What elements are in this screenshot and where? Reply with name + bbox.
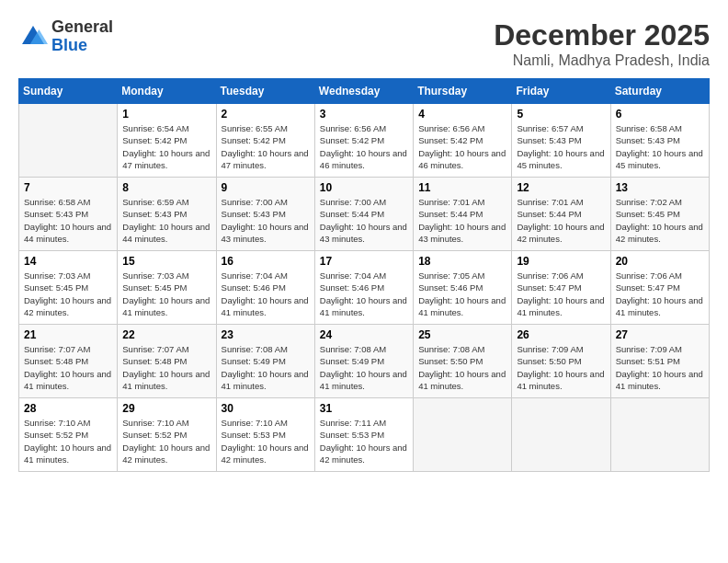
day-info: Sunrise: 6:58 AMSunset: 5:43 PMDaylight:…	[616, 122, 704, 171]
day-cell: 28Sunrise: 7:10 AMSunset: 5:52 PMDayligh…	[19, 398, 118, 472]
day-info: Sunrise: 7:03 AMSunset: 5:45 PMDaylight:…	[122, 270, 210, 318]
day-cell: 11Sunrise: 7:01 AMSunset: 5:44 PMDayligh…	[414, 178, 512, 251]
day-number: 26	[517, 328, 605, 341]
day-number: 2	[222, 108, 310, 121]
day-info: Sunrise: 7:00 AMSunset: 5:43 PMDaylight:…	[222, 196, 310, 245]
header-monday: Monday	[118, 79, 216, 104]
main-title: December 2025	[494, 18, 710, 52]
header-sunday: Sunday	[19, 79, 118, 104]
day-number: 15	[122, 255, 210, 268]
day-info: Sunrise: 7:05 AMSunset: 5:46 PMDaylight:…	[418, 270, 506, 318]
day-cell	[414, 398, 512, 472]
day-info: Sunrise: 7:01 AMSunset: 5:44 PMDaylight:…	[418, 196, 506, 245]
day-info: Sunrise: 6:57 AMSunset: 5:43 PMDaylight:…	[517, 122, 605, 171]
day-cell: 12Sunrise: 7:01 AMSunset: 5:44 PMDayligh…	[512, 178, 610, 251]
day-cell: 7Sunrise: 6:58 AMSunset: 5:43 PMDaylight…	[19, 178, 118, 251]
day-number: 22	[122, 328, 210, 341]
day-number: 18	[418, 255, 506, 268]
day-number: 16	[222, 255, 310, 268]
day-number: 25	[418, 328, 506, 341]
day-info: Sunrise: 7:00 AMSunset: 5:44 PMDaylight:…	[320, 196, 408, 245]
header-saturday: Saturday	[610, 79, 709, 104]
logo-icon	[18, 22, 48, 52]
day-number: 27	[616, 328, 704, 341]
day-cell: 15Sunrise: 7:03 AMSunset: 5:45 PMDayligh…	[118, 251, 216, 325]
day-number: 6	[616, 108, 704, 121]
day-number: 28	[24, 402, 112, 415]
week-row-3: 14Sunrise: 7:03 AMSunset: 5:45 PMDayligh…	[19, 251, 710, 325]
day-cell: 30Sunrise: 7:10 AMSunset: 5:53 PMDayligh…	[216, 398, 314, 472]
header-wednesday: Wednesday	[314, 79, 413, 104]
day-info: Sunrise: 7:04 AMSunset: 5:46 PMDaylight:…	[320, 270, 408, 318]
day-cell: 27Sunrise: 7:09 AMSunset: 5:51 PMDayligh…	[610, 325, 709, 398]
day-cell: 24Sunrise: 7:08 AMSunset: 5:49 PMDayligh…	[314, 325, 413, 398]
day-info: Sunrise: 6:54 AMSunset: 5:42 PMDaylight:…	[122, 122, 210, 171]
day-cell: 31Sunrise: 7:11 AMSunset: 5:53 PMDayligh…	[314, 398, 413, 472]
day-info: Sunrise: 7:04 AMSunset: 5:46 PMDaylight:…	[222, 270, 310, 318]
day-number: 12	[517, 181, 605, 194]
header-tuesday: Tuesday	[216, 79, 314, 104]
day-info: Sunrise: 6:56 AMSunset: 5:42 PMDaylight:…	[418, 122, 506, 171]
day-number: 14	[24, 255, 112, 268]
day-info: Sunrise: 7:06 AMSunset: 5:47 PMDaylight:…	[616, 270, 704, 318]
header-friday: Friday	[512, 79, 610, 104]
day-number: 21	[24, 328, 112, 341]
day-cell: 13Sunrise: 7:02 AMSunset: 5:45 PMDayligh…	[610, 178, 709, 251]
day-number: 23	[222, 328, 310, 341]
day-info: Sunrise: 7:07 AMSunset: 5:48 PMDaylight:…	[24, 343, 112, 392]
week-row-4: 21Sunrise: 7:07 AMSunset: 5:48 PMDayligh…	[19, 325, 710, 398]
day-info: Sunrise: 7:03 AMSunset: 5:45 PMDaylight:…	[24, 270, 112, 318]
day-cell: 6Sunrise: 6:58 AMSunset: 5:43 PMDaylight…	[610, 104, 709, 178]
day-cell: 23Sunrise: 7:08 AMSunset: 5:49 PMDayligh…	[216, 325, 314, 398]
day-cell: 1Sunrise: 6:54 AMSunset: 5:42 PMDaylight…	[118, 104, 216, 178]
day-info: Sunrise: 7:10 AMSunset: 5:53 PMDaylight:…	[222, 417, 310, 465]
day-info: Sunrise: 7:07 AMSunset: 5:48 PMDaylight:…	[122, 343, 210, 392]
header-thursday: Thursday	[414, 79, 512, 104]
day-cell: 8Sunrise: 6:59 AMSunset: 5:43 PMDaylight…	[118, 178, 216, 251]
day-info: Sunrise: 7:11 AMSunset: 5:53 PMDaylight:…	[320, 417, 408, 465]
week-row-2: 7Sunrise: 6:58 AMSunset: 5:43 PMDaylight…	[19, 178, 710, 251]
day-cell: 26Sunrise: 7:09 AMSunset: 5:50 PMDayligh…	[512, 325, 610, 398]
day-number: 29	[122, 402, 210, 415]
day-cell: 19Sunrise: 7:06 AMSunset: 5:47 PMDayligh…	[512, 251, 610, 325]
day-info: Sunrise: 7:08 AMSunset: 5:50 PMDaylight:…	[418, 343, 506, 392]
day-number: 13	[616, 181, 704, 194]
day-info: Sunrise: 7:10 AMSunset: 5:52 PMDaylight:…	[24, 417, 112, 465]
day-number: 20	[616, 255, 704, 268]
day-number: 24	[320, 328, 408, 341]
day-cell: 16Sunrise: 7:04 AMSunset: 5:46 PMDayligh…	[216, 251, 314, 325]
day-cell: 17Sunrise: 7:04 AMSunset: 5:46 PMDayligh…	[314, 251, 413, 325]
day-cell: 3Sunrise: 6:56 AMSunset: 5:42 PMDaylight…	[314, 104, 413, 178]
day-number: 3	[320, 108, 408, 121]
day-cell	[19, 104, 118, 178]
day-number: 11	[418, 181, 506, 194]
day-number: 8	[122, 181, 210, 194]
logo-blue: Blue	[51, 37, 113, 55]
day-info: Sunrise: 7:08 AMSunset: 5:49 PMDaylight:…	[320, 343, 408, 392]
day-info: Sunrise: 7:09 AMSunset: 5:50 PMDaylight:…	[517, 343, 605, 392]
day-number: 30	[222, 402, 310, 415]
logo-text: General Blue	[51, 18, 113, 55]
day-cell: 22Sunrise: 7:07 AMSunset: 5:48 PMDayligh…	[118, 325, 216, 398]
day-cell: 10Sunrise: 7:00 AMSunset: 5:44 PMDayligh…	[314, 178, 413, 251]
logo-general: General	[51, 18, 113, 37]
day-info: Sunrise: 7:08 AMSunset: 5:49 PMDaylight:…	[222, 343, 310, 392]
day-number: 4	[418, 108, 506, 121]
day-cell: 21Sunrise: 7:07 AMSunset: 5:48 PMDayligh…	[19, 325, 118, 398]
week-row-1: 1Sunrise: 6:54 AMSunset: 5:42 PMDaylight…	[19, 104, 710, 178]
day-cell	[512, 398, 610, 472]
title-section: December 2025 Namli, Madhya Pradesh, Ind…	[494, 18, 710, 69]
day-cell: 20Sunrise: 7:06 AMSunset: 5:47 PMDayligh…	[610, 251, 709, 325]
day-cell: 25Sunrise: 7:08 AMSunset: 5:50 PMDayligh…	[414, 325, 512, 398]
day-number: 17	[320, 255, 408, 268]
day-number: 5	[517, 108, 605, 121]
calendar-table: SundayMondayTuesdayWednesdayThursdayFrid…	[18, 78, 710, 472]
day-cell: 18Sunrise: 7:05 AMSunset: 5:46 PMDayligh…	[414, 251, 512, 325]
week-row-5: 28Sunrise: 7:10 AMSunset: 5:52 PMDayligh…	[19, 398, 710, 472]
subtitle: Namli, Madhya Pradesh, India	[494, 52, 710, 69]
logo: General Blue	[18, 18, 113, 55]
day-info: Sunrise: 7:02 AMSunset: 5:45 PMDaylight:…	[616, 196, 704, 245]
day-cell: 14Sunrise: 7:03 AMSunset: 5:45 PMDayligh…	[19, 251, 118, 325]
day-info: Sunrise: 6:55 AMSunset: 5:42 PMDaylight:…	[222, 122, 310, 171]
day-number: 9	[222, 181, 310, 194]
